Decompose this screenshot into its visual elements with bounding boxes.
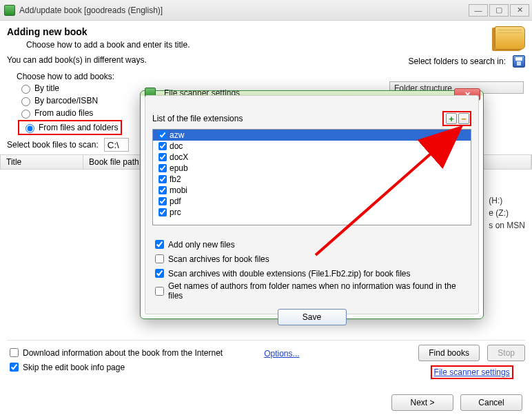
drive-z: e (Z:)	[489, 208, 525, 218]
radio-from-audio-label: From audio files	[34, 108, 93, 118]
chk-scan-archives[interactable]: Scan archives for book files	[152, 252, 471, 265]
chk-add-only-new[interactable]: Add only new files	[152, 238, 471, 251]
chk-skip-edit-label: Skip the edit book info page	[23, 363, 125, 372]
ext-label: pdf	[170, 196, 181, 206]
ext-list-label: List of the file extensions	[152, 114, 243, 123]
drive-msn: s on MSN	[489, 221, 525, 230]
footer: Next > Cancel	[0, 394, 532, 411]
ext-row-azw[interactable]: azw	[153, 130, 471, 141]
ext-list[interactable]: azw doc docX epub fb2 mobi pdf prc	[152, 129, 471, 225]
radio-by-title-label: By title	[34, 83, 59, 93]
page-title: Adding new book	[7, 26, 495, 37]
file-scanner-modal: File scanner settings ✕ List of the file…	[140, 90, 484, 319]
options-link[interactable]: Options...	[264, 349, 299, 358]
ext-row-prc[interactable]: prc	[153, 207, 471, 218]
drive-hints: (H:) e (Z:) s on MSN	[489, 193, 525, 233]
radio-by-barcode-label: By barcode/ISBN	[34, 96, 98, 105]
column-title[interactable]: Title	[1, 155, 83, 169]
chk-download-info-label: Download information about the book from…	[23, 348, 223, 358]
add-extension-button[interactable]: +	[446, 113, 457, 124]
select-files-label: Select book files to scan:	[7, 140, 99, 150]
cancel-button[interactable]: Cancel	[460, 394, 522, 411]
ways-text: You can add book(s) in different ways.	[7, 55, 147, 68]
chk-add-only-new-label: Add only new files	[168, 240, 235, 250]
ext-row-docx[interactable]: docX	[153, 152, 471, 163]
chk-scan-double-ext[interactable]: Scan archives with double extensions (Fi…	[152, 267, 471, 280]
chk-get-author-names-label: Get names of authors from folder names w…	[168, 281, 471, 301]
ext-row-epub[interactable]: epub	[153, 163, 471, 174]
ext-row-mobi[interactable]: mobi	[153, 185, 471, 196]
file-scanner-settings-link[interactable]: File scanner settings	[431, 365, 513, 379]
ext-label: azw	[170, 130, 184, 140]
bottom-options: Download information about the book from…	[7, 340, 525, 379]
book-icon	[495, 26, 525, 50]
add-remove-highlight: + −	[442, 111, 471, 126]
stop-button: Stop	[487, 345, 525, 361]
app-icon	[4, 5, 15, 16]
maximize-button[interactable]: ▢	[489, 4, 509, 17]
chk-get-author-names[interactable]: Get names of authors from folder names w…	[152, 281, 471, 301]
ext-label: docX	[170, 152, 188, 162]
remove-extension-button[interactable]: −	[458, 113, 469, 124]
radio-from-files-label: From files and folders	[39, 123, 118, 132]
chk-scan-double-ext-label: Scan archives with double extensions (Fi…	[168, 269, 411, 279]
ext-label: fb2	[170, 174, 181, 184]
next-button[interactable]: Next >	[391, 394, 453, 411]
page-subtitle: Choose how to add a book and enter its t…	[26, 40, 495, 50]
radio-from-files[interactable]: From files and folders	[18, 120, 122, 135]
chk-scan-archives-label: Scan archives for book files	[168, 254, 269, 264]
header: Adding new book Choose how to add a book…	[0, 21, 532, 52]
select-folders-label: Select folders to search in:	[409, 57, 506, 66]
drive-h: (H:)	[489, 196, 525, 205]
ways-row: You can add book(s) in different ways. S…	[0, 52, 532, 70]
ext-label: mobi	[170, 185, 187, 195]
save-icon[interactable]	[513, 55, 525, 68]
path-input[interactable]	[104, 138, 129, 152]
chk-skip-edit[interactable]: Skip the edit book info page	[7, 361, 418, 374]
ext-label: epub	[170, 163, 188, 173]
ext-row-fb2[interactable]: fb2	[153, 174, 471, 185]
modal-save-button[interactable]: Save	[278, 309, 347, 325]
find-books-button[interactable]: Find books	[418, 345, 480, 361]
titlebar: Add/update book [goodreads (English)] — …	[0, 0, 532, 21]
choose-label: Choose how to add books:	[17, 72, 525, 81]
ext-label: doc	[170, 141, 183, 151]
window-title: Add/update book [goodreads (English)]	[19, 6, 467, 15]
minimize-button[interactable]: —	[469, 4, 488, 17]
ext-label: prc	[170, 208, 181, 217]
close-button[interactable]: ✕	[510, 4, 529, 17]
ext-row-doc[interactable]: doc	[153, 141, 471, 152]
ext-row-pdf[interactable]: pdf	[153, 196, 471, 207]
chk-download-info[interactable]: Download information about the book from…	[7, 346, 418, 359]
